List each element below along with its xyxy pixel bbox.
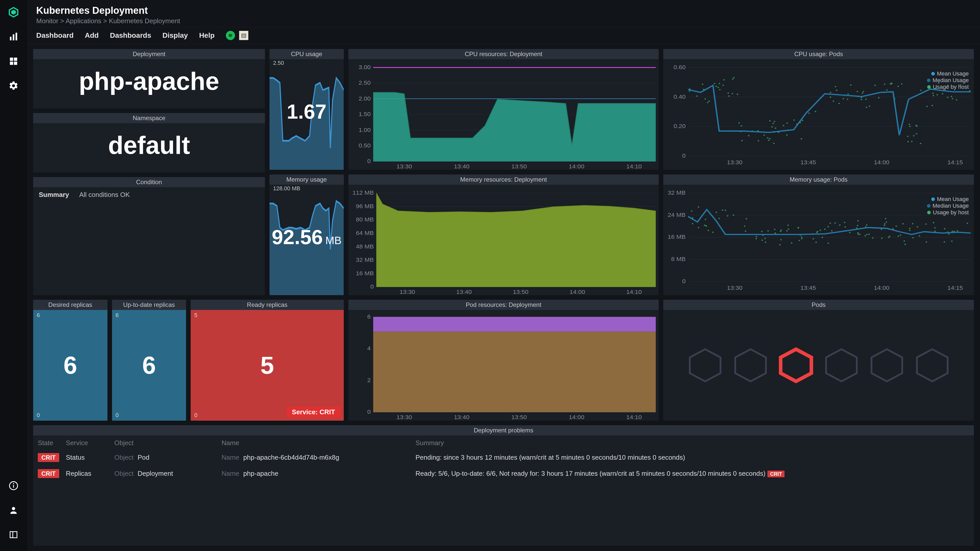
settings-icon[interactable] (7, 79, 20, 92)
svg-point-244 (884, 223, 886, 224)
user-icon[interactable] (7, 504, 20, 516)
svg-point-174 (714, 83, 715, 84)
info-icon[interactable] (7, 480, 20, 492)
panel-title: Pods (663, 300, 974, 310)
main: Kubernetes Deployment Monitor > Applicat… (27, 0, 980, 551)
svg-point-301 (780, 239, 782, 240)
pod-res-chart: 6420 13:3013:4013:5014:0014:10 (348, 310, 659, 421)
table-row[interactable]: CRITStatusObjectPodNamephp-apache-6cb4d4… (38, 449, 969, 465)
service-crit-badge[interactable]: Service: CRIT (286, 407, 341, 418)
svg-point-229 (791, 242, 792, 243)
pod-resources-panel: Pod resources: Deployment 6420 13:3013:4… (348, 300, 659, 421)
svg-rect-13 (10, 532, 17, 538)
svg-point-285 (889, 235, 891, 237)
svg-point-248 (828, 242, 829, 244)
svg-text:96 MB: 96 MB (356, 203, 374, 209)
monitor-icon[interactable] (7, 30, 20, 43)
menu-display[interactable]: Display (162, 32, 188, 40)
svg-point-77 (741, 140, 743, 141)
svg-point-76 (802, 120, 803, 121)
svg-point-107 (768, 140, 770, 141)
rep-max: 6 (116, 312, 119, 319)
menu-dashboards[interactable]: Dashboards (110, 32, 151, 40)
svg-point-147 (862, 93, 863, 94)
calendar-icon[interactable] (239, 31, 248, 40)
pod-hex-crit[interactable] (778, 348, 814, 383)
svg-point-138 (830, 97, 831, 98)
header: Kubernetes Deployment Monitor > Applicat… (27, 0, 980, 27)
svg-point-113 (907, 141, 909, 142)
spotify-status-icon[interactable] (226, 31, 235, 40)
svg-point-298 (956, 230, 958, 231)
mem-res-chart: 112 MB96 MB80 MB64 MB48 MB32 MB16 MB0 13… (348, 185, 659, 295)
svg-point-273 (919, 235, 920, 236)
svg-point-123 (926, 106, 928, 107)
namespace-panel: Namespace default (33, 113, 265, 172)
cpu-resources-panel: CPU resources: Deployment 3.002.502.001.… (348, 49, 659, 170)
svg-point-259 (839, 224, 841, 225)
cpu-res-chart: 3.002.502.001.501.000.500 13:3013:4013:5… (348, 59, 659, 170)
svg-point-253 (881, 228, 882, 230)
mem-usage-panel: Memory usage 128.00 MB 0 92.56MB (269, 175, 344, 295)
svg-point-266 (820, 229, 821, 230)
svg-rect-5 (10, 58, 13, 61)
table-row[interactable]: CRITReplicasObjectDeploymentNamephp-apac… (38, 465, 969, 482)
svg-point-234 (944, 228, 945, 229)
deployment-panel: Deployment php-apache (33, 49, 265, 108)
svg-text:0: 0 (370, 283, 374, 289)
svg-point-203 (744, 225, 746, 227)
svg-point-237 (788, 224, 789, 226)
panel-title: Ready replicas (191, 300, 344, 310)
svg-point-105 (956, 99, 958, 100)
svg-rect-8 (14, 62, 18, 65)
namespace-value: default (108, 131, 190, 160)
menu-dashboard[interactable]: Dashboard (36, 32, 73, 40)
svg-point-172 (722, 85, 724, 86)
svg-point-152 (909, 126, 911, 127)
svg-point-292 (718, 218, 720, 219)
svg-point-233 (885, 218, 886, 219)
panel-title: Deployment problems (33, 425, 974, 435)
pod-hex[interactable] (869, 348, 905, 383)
svg-point-284 (799, 240, 800, 241)
rep-max: 5 (194, 312, 197, 319)
svg-point-251 (779, 244, 781, 245)
service-cell: Status (66, 454, 115, 462)
svg-point-126 (862, 91, 864, 92)
deploy-stack: Deployment php-apache Namespace default … (33, 49, 265, 295)
panel-title: Namespace (33, 113, 265, 123)
rep-value: 5 (260, 351, 274, 380)
svg-point-218 (881, 238, 883, 239)
svg-point-215 (845, 226, 846, 227)
menu-help[interactable]: Help (199, 32, 215, 40)
menubar: Dashboard Add Dashboards Display Help (27, 27, 980, 44)
svg-text:14:10: 14:10 (626, 289, 642, 295)
panel-toggle-icon[interactable] (7, 529, 20, 541)
svg-point-206 (858, 233, 859, 235)
svg-point-82 (932, 105, 933, 106)
svg-point-132 (843, 98, 844, 99)
apps-icon[interactable] (7, 55, 20, 67)
pod-hex[interactable] (915, 348, 950, 383)
svg-point-120 (920, 143, 921, 144)
inline-crit-badge: CRIT (767, 471, 784, 477)
svg-text:0: 0 (367, 158, 371, 164)
svg-text:13:30: 13:30 (396, 414, 412, 420)
svg-point-299 (797, 227, 799, 228)
svg-point-92 (708, 100, 710, 102)
svg-point-73 (769, 138, 771, 139)
svg-text:13:30: 13:30 (399, 289, 415, 295)
svg-point-211 (705, 219, 706, 220)
pod-hex[interactable] (824, 348, 859, 383)
pod-hex[interactable] (687, 348, 723, 383)
svg-point-303 (952, 230, 953, 232)
menu-add[interactable]: Add (85, 32, 99, 40)
svg-point-250 (780, 230, 781, 232)
svg-point-146 (932, 93, 934, 94)
pod-hex[interactable] (733, 348, 768, 383)
svg-point-254 (788, 228, 789, 230)
svg-text:14:00: 14:00 (569, 414, 584, 420)
svg-point-275 (934, 230, 936, 232)
logo-icon[interactable] (7, 6, 20, 18)
svg-point-271 (765, 241, 767, 243)
